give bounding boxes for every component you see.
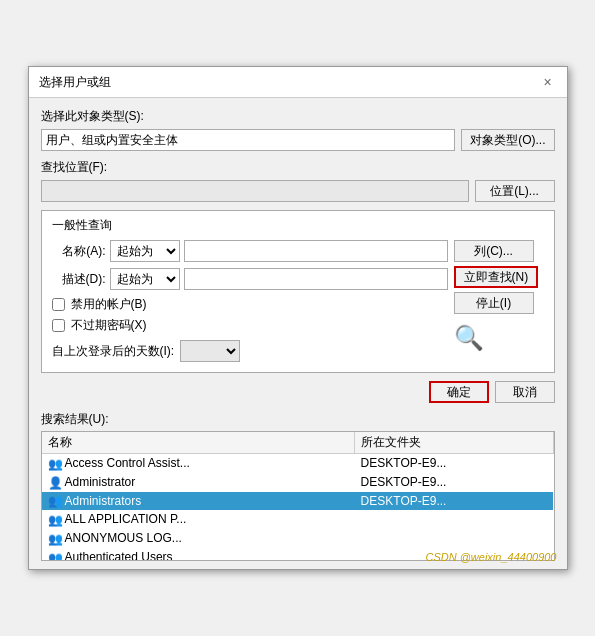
cell-folder: DESKTOP-E9... [355,473,553,492]
cell-folder: DESKTOP-E9... [355,492,553,511]
panel-right: 列(C)... 立即查找(N) 停止(I) 🔍 [454,240,544,362]
cancel-button[interactable]: 取消 [495,381,555,403]
name-select[interactable]: 起始为 [110,240,180,262]
checkbox-noexpiry-row: 不过期密码(X) [52,317,448,334]
stop-button[interactable]: 停止(I) [454,292,534,314]
dialog-body: 选择此对象类型(S): 对象类型(O)... 查找位置(F): 位置(L)...… [29,98,567,569]
cell-folder [355,548,553,561]
search-now-button[interactable]: 立即查找(N) [454,266,539,288]
desc-input[interactable] [184,268,448,290]
title-bar: 选择用户或组 × [29,67,567,98]
days-row: 自上次登录后的天数(I): [52,340,448,362]
cell-folder [355,510,553,529]
object-type-row: 对象类型(O)... [41,129,555,151]
name-input[interactable] [184,240,448,262]
search-icon: 🔍 [454,324,484,352]
col-folder-header: 所在文件夹 [355,432,553,454]
desc-select[interactable]: 起始为 [110,268,180,290]
results-label: 搜索结果(U): [41,411,555,428]
results-table: 名称 所在文件夹 👥Access Control Assist... DESKT… [42,432,554,561]
general-query-panel: 一般性查询 名称(A): 起始为 描述(D): 起 [41,210,555,373]
object-type-label: 选择此对象类型(S): [41,108,555,125]
desc-row: 描述(D): 起始为 [52,268,448,290]
cell-name: 👤Administrator [42,473,355,492]
table-row[interactable]: 👤Administrator DESKTOP-E9... [42,473,554,492]
results-table-wrapper[interactable]: 名称 所在文件夹 👥Access Control Assist... DESKT… [41,431,555,561]
table-row[interactable]: 👥Authenticated Users [42,548,554,561]
general-query-title: 一般性查询 [52,217,544,234]
close-button[interactable]: × [539,73,557,91]
desc-label: 描述(D): [52,271,106,288]
col-name-header: 名称 [42,432,355,454]
name-row: 名称(A): 起始为 [52,240,448,262]
panel-body: 名称(A): 起始为 描述(D): 起始为 [52,240,544,362]
checkbox-disabled[interactable] [52,298,65,311]
checkbox-disabled-label: 禁用的帐户(B) [71,296,147,313]
cell-name: 👥ANONYMOUS LOG... [42,529,355,548]
location-row: 位置(L)... [41,180,555,202]
name-label: 名称(A): [52,243,106,260]
cell-name: 👥Authenticated Users [42,548,355,561]
table-row[interactable]: 👥ALL APPLICATION P... [42,510,554,529]
table-header-row: 名称 所在文件夹 [42,432,554,454]
cell-name: 👥Access Control Assist... [42,454,355,473]
location-label: 查找位置(F): [41,159,555,176]
ok-button[interactable]: 确定 [429,381,489,403]
object-type-input[interactable] [41,129,456,151]
cell-folder: DESKTOP-E9... [355,454,553,473]
cell-folder [355,529,553,548]
cell-name: 👥ALL APPLICATION P... [42,510,355,529]
location-input[interactable] [41,180,469,202]
location-button[interactable]: 位置(L)... [475,180,555,202]
panel-left: 名称(A): 起始为 描述(D): 起始为 [52,240,448,362]
table-row[interactable]: 👥ANONYMOUS LOG... [42,529,554,548]
days-label: 自上次登录后的天数(I): [52,343,175,360]
checkbox-disabled-row: 禁用的帐户(B) [52,296,448,313]
object-type-button[interactable]: 对象类型(O)... [461,129,554,151]
select-user-dialog: 选择用户或组 × 选择此对象类型(S): 对象类型(O)... 查找位置(F):… [28,66,568,570]
checkbox-noexpiry[interactable] [52,319,65,332]
results-section: 搜索结果(U): 名称 所在文件夹 👥Access Control Assist… [41,411,555,561]
table-row[interactable]: 👥Administrators DESKTOP-E9... [42,492,554,511]
checkbox-noexpiry-label: 不过期密码(X) [71,317,147,334]
days-select[interactable] [180,340,240,362]
table-row[interactable]: 👥Access Control Assist... DESKTOP-E9... [42,454,554,473]
column-button[interactable]: 列(C)... [454,240,534,262]
dialog-title: 选择用户或组 [39,74,111,91]
cell-name: 👥Administrators [42,492,355,511]
bottom-row: 确定 取消 [41,381,555,403]
